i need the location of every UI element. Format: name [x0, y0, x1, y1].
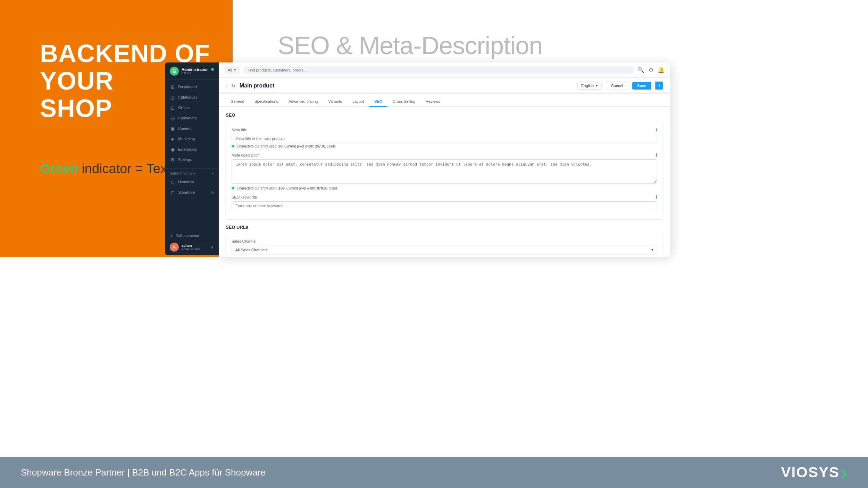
back-button[interactable]: ‹	[226, 84, 227, 88]
sidebar-item-content[interactable]: ▣ Content	[165, 123, 219, 134]
storefront-icon: ◻	[170, 190, 175, 195]
add-channel-icon[interactable]: +	[212, 171, 214, 175]
seo-main-title: SEO & Meta-Description	[278, 31, 542, 60]
sidebar-logo-icon: G	[170, 67, 179, 76]
sales-channel-label: Sales Channel	[232, 239, 657, 243]
language-label: English	[581, 84, 594, 88]
headless-label: Headless	[178, 180, 194, 184]
topbar-icons: 🔍 ⚙ 🔔	[637, 67, 665, 73]
sales-channel-dropdown[interactable]: All Sales Channels ▾	[232, 245, 657, 254]
storefront-eye-icon: ◎	[211, 191, 214, 194]
topbar: All ▼ 🔍 ⚙ 🔔	[219, 62, 670, 78]
meta-title-char-count: Characters currently used: 30- Current p…	[232, 144, 657, 148]
seo-section-heading: SEO	[226, 112, 663, 118]
footer-partner-text: Shopware Bronze Partner | B2B und B2C Ap…	[21, 467, 266, 478]
page-title: Main product	[240, 83, 573, 89]
marketing-icon: ◈	[170, 136, 175, 142]
keywords-info-icon[interactable]: ℹ	[656, 194, 657, 200]
sidebar-item-orders[interactable]: ◻ Orders	[165, 102, 219, 113]
collapse-label: Collapse menu	[176, 234, 199, 238]
meta-desc-textarea[interactable]: Lorem ipsum dolor sit amet, consetetur s…	[232, 159, 657, 184]
meta-desc-row: Meta description ℹ Lorem ipsum dolor sit…	[232, 152, 657, 190]
filter-label: All	[228, 68, 232, 72]
pixel-width-value: 257.91	[315, 144, 326, 148]
tabs-bar: General Specifications Advanced pricing …	[219, 94, 670, 107]
content-label: Content	[178, 126, 192, 131]
tab-specifications[interactable]: Specifications	[250, 96, 283, 107]
tab-advanced-pricing[interactable]: Advanced pricing	[284, 96, 323, 107]
main-content-panel: All ▼ 🔍 ⚙ 🔔 ‹ ↻ Main product English ▾ C…	[219, 62, 670, 257]
tab-variants[interactable]: Variants	[323, 96, 347, 107]
back-icon: ‹	[226, 84, 227, 88]
filter-arrow-icon: ▼	[233, 68, 236, 72]
tab-reviews[interactable]: Reviews	[421, 96, 445, 107]
tab-seo[interactable]: SEO	[369, 96, 387, 107]
sidebar-item-marketing[interactable]: ◈ Marketing	[165, 134, 219, 144]
sidebar-item-settings[interactable]: ⚙ Settings	[165, 154, 219, 165]
sidebar-version: 6.5.6.0	[182, 71, 209, 75]
sidebar-user-footer: A admin Administrator ∧	[165, 239, 219, 255]
footer: Shopware Bronze Partner | B2B und B2C Ap…	[0, 457, 868, 488]
customers-icon: ◎	[170, 115, 175, 121]
seo-keywords-input[interactable]	[232, 201, 657, 210]
tab-layout[interactable]: Layout	[348, 96, 369, 107]
seo-form-card: Meta title ℹ Characters currently used: …	[226, 122, 663, 220]
sidebar-item-dashboard[interactable]: ⊞ Dashboard	[165, 82, 219, 92]
save-arrow-button[interactable]: ▾	[655, 82, 663, 90]
sales-channel-value: All Sales Channels	[235, 248, 267, 252]
sales-channels-section: Sales Channels + ◻ Headless ◻ Storefront…	[165, 168, 219, 197]
meta-desc-pixel-value: 978.95	[317, 186, 328, 190]
viosys-logo-text: VIOSYS	[781, 464, 840, 481]
meta-desc-char-label: Characters currently used:	[237, 186, 278, 190]
save-button[interactable]: Save	[632, 82, 651, 90]
settings-label: Settings	[178, 158, 192, 162]
search-input[interactable]	[248, 68, 630, 72]
extensions-label: Extensions	[178, 147, 197, 151]
viosys-arrow-icon: ›	[840, 462, 848, 483]
user-role: Administrator	[182, 247, 208, 251]
language-selector[interactable]: English ▾	[577, 82, 602, 90]
sales-channel-arrow-icon: ▾	[651, 247, 653, 252]
meta-title-input[interactable]	[232, 134, 657, 143]
lang-arrow-icon: ▾	[596, 83, 598, 88]
dashboard-label: Dashboard	[178, 85, 197, 89]
sidebar-item-catalogues[interactable]: ◫ Catalogues	[165, 92, 219, 102]
sidebar-app-info: Administration 6.5.6.0	[182, 67, 209, 75]
headless-icon: ◻	[170, 179, 175, 185]
catalogues-label: Catalogues	[178, 95, 198, 99]
sidebar-item-extensions[interactable]: ◉ Extensions	[165, 144, 219, 154]
green-status-dot	[232, 145, 234, 148]
sidebar-item-storefront[interactable]: ◻ Storefront ◎	[165, 187, 219, 197]
meta-desc-char-count: Characters currently used: 156- Current …	[232, 186, 657, 190]
content-icon: ▣	[170, 126, 175, 131]
marketing-label: Marketing	[178, 137, 195, 141]
meta-title-row: Meta title ℹ Characters currently used: …	[232, 127, 657, 148]
meta-desc-label-row: Meta description ℹ	[232, 152, 657, 158]
meta-title-label: Meta title	[232, 128, 247, 132]
search-icon[interactable]: 🔍	[637, 67, 644, 73]
tab-cross-selling[interactable]: Cross Selling	[388, 96, 420, 107]
char-count-label: Characters currently used:	[237, 144, 278, 148]
dashboard-icon: ⊞	[170, 84, 175, 90]
orders-icon: ◻	[170, 105, 175, 110]
search-filter-dropdown[interactable]: All ▼	[224, 66, 240, 74]
admin-sidebar: G Administration 6.5.6.0 ⊞ Dashboard ◫ C…	[165, 62, 219, 255]
meta-desc-info-icon[interactable]: ℹ	[656, 152, 657, 158]
tab-general[interactable]: General	[226, 96, 249, 107]
sidebar-app-name: Administration	[182, 67, 209, 71]
settings-topbar-icon[interactable]: ⚙	[649, 67, 653, 73]
refresh-icon[interactable]: ↻	[231, 83, 235, 89]
meta-desc-pixel-label: - Current pixel width:	[284, 186, 317, 190]
collapse-icon: ◁	[170, 233, 173, 238]
meta-title-info-icon[interactable]: ℹ	[656, 127, 657, 132]
meta-title-label-row: Meta title ℹ	[232, 127, 657, 132]
search-input-wrap	[243, 66, 634, 74]
sidebar-header: G Administration 6.5.6.0	[165, 62, 219, 79]
sidebar-item-headless[interactable]: ◻ Headless	[165, 177, 219, 187]
cancel-button[interactable]: Cancel	[606, 82, 628, 90]
seo-urls-card: Sales Channel All Sales Channels ▾	[226, 234, 663, 257]
notification-icon[interactable]: 🔔	[658, 67, 665, 73]
catalogues-icon: ◫	[170, 94, 175, 100]
sidebar-item-customers[interactable]: ◎ Customers	[165, 113, 219, 123]
user-menu-arrow[interactable]: ∧	[211, 245, 214, 250]
